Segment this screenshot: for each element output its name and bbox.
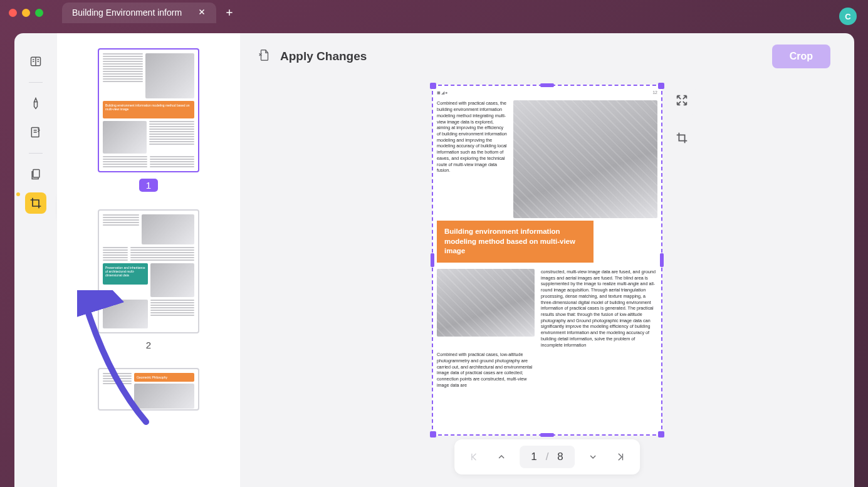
thumbnail-page[interactable]: Preservation and inheritance of architec… (98, 209, 199, 333)
apply-crop-icon (258, 48, 271, 65)
thumb-banner: Building environment information modelin… (103, 101, 194, 118)
svg-rect-2 (33, 170, 39, 178)
thumb-banner: Geometric Philosophy (134, 373, 194, 382)
crop-tool[interactable] (25, 192, 46, 214)
page-preview: ◼◢●12 Combined with practical cases, the… (437, 90, 657, 431)
crop-handle-bl[interactable] (430, 431, 436, 437)
document-tab[interactable]: Building Environment inform (62, 3, 216, 23)
fit-crop-button[interactable] (667, 123, 696, 152)
window-controls (9, 9, 43, 17)
tab-title: Building Environment inform (72, 8, 182, 18)
hero-image (513, 100, 657, 218)
page-separator: / (546, 451, 549, 463)
crop-handle-bottom[interactable] (540, 433, 554, 437)
crop-handle-left[interactable] (431, 253, 434, 267)
highlight-tool[interactable] (25, 93, 46, 114)
page-field[interactable]: 1 / 8 (520, 446, 575, 468)
page-decor: ◼◢● (437, 90, 448, 95)
close-tab-icon[interactable] (197, 8, 206, 18)
maximize-window[interactable] (35, 9, 43, 17)
body-text: Combined with practical cases, low-altit… (437, 352, 535, 388)
crop-handle-tl[interactable] (430, 83, 436, 89)
page-title: Apply Changes (280, 50, 367, 63)
current-page: 1 (531, 451, 536, 463)
first-page-button[interactable] (464, 448, 483, 466)
pages-tool[interactable] (25, 164, 46, 185)
thumbnail-panel: Building environment information modelin… (57, 33, 240, 487)
tool-sidebar: Crop Pages ⌘4 (14, 33, 57, 487)
minimize-window[interactable] (22, 9, 30, 17)
thumbnail-page[interactable]: Building environment information modelin… (98, 48, 199, 172)
new-tab-button[interactable] (225, 8, 234, 17)
body-text: Combined with practical cases, the build… (437, 100, 507, 218)
prev-page-button[interactable] (492, 448, 511, 466)
annotate-tool[interactable] (25, 122, 46, 143)
thumbnail-page[interactable]: Geometric Philosophy (98, 368, 199, 411)
divider (29, 153, 43, 154)
total-pages: 8 (557, 451, 563, 463)
thumb-banner: Preservation and inheritance of architec… (103, 263, 148, 285)
next-page-button[interactable] (583, 448, 602, 466)
thumbnail-number: 1 (139, 179, 158, 192)
crop-button[interactable]: Crop (772, 45, 830, 68)
avatar[interactable]: C (839, 8, 857, 25)
inline-image (437, 269, 535, 337)
article-title: Building environment information modelin… (437, 221, 593, 263)
close-window[interactable] (9, 9, 17, 17)
expand-button[interactable] (667, 86, 696, 115)
crop-handle-tr[interactable] (658, 83, 664, 89)
crop-selection[interactable]: ◼◢●12 Combined with practical cases, the… (432, 85, 662, 436)
page-number: 12 (652, 90, 657, 95)
crop-handle-top[interactable] (540, 83, 554, 87)
active-indicator (16, 192, 20, 196)
last-page-button[interactable] (611, 448, 630, 466)
thumbnail-number: 2 (80, 340, 217, 350)
reader-tool[interactable] (25, 51, 46, 72)
crop-handle-right[interactable] (660, 253, 664, 267)
crop-handle-br[interactable] (658, 431, 664, 437)
page-navigator: 1 / 8 (454, 439, 640, 474)
divider (29, 82, 43, 83)
